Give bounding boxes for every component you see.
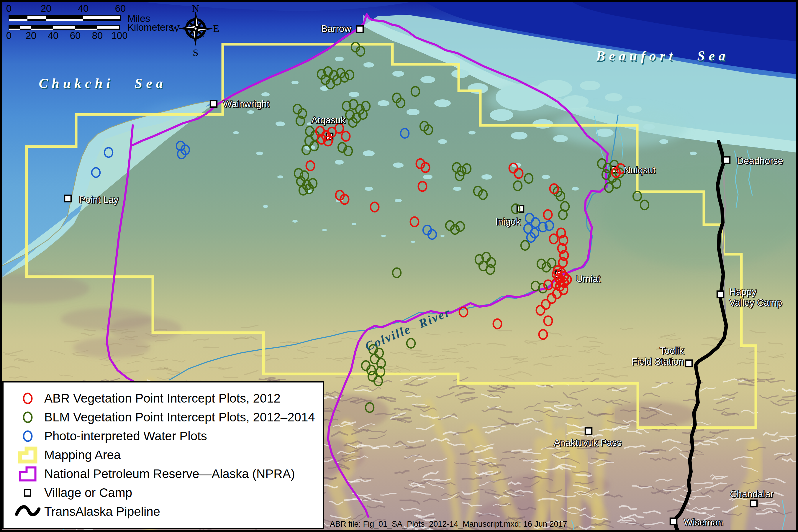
scale-segment (97, 25, 119, 28)
lake (553, 135, 568, 142)
lake (605, 93, 623, 101)
lake (263, 205, 268, 208)
scale-tick-label: 40 (48, 30, 59, 41)
lake (434, 99, 451, 107)
lake (468, 83, 488, 94)
lake (393, 163, 404, 168)
lake (411, 241, 415, 243)
legend-item-pipeline: TransAlaska Pipeline (14, 502, 323, 521)
lake (292, 81, 299, 84)
place-label-wiseman: Wiseman (684, 517, 723, 528)
legend-item-village: Village or Camp (14, 483, 323, 502)
relief-stroke (457, 344, 467, 345)
village-square-anaktuvuk-pass (585, 428, 592, 434)
lake (407, 109, 420, 115)
pipeline-icon (14, 502, 41, 521)
mapping-area-icon (14, 446, 41, 464)
place-label-happy-valley-camp: Valley Camp (729, 297, 782, 308)
lake (322, 229, 327, 231)
place-label-nuiqsut: Nuiqsut (624, 165, 656, 175)
place-label-toolik-field-station: Field Station (631, 356, 684, 367)
place-label-deadhorse: Deadhorse (737, 155, 783, 166)
legend-item-water-plots: Photo-interpreted Water Plots (14, 427, 323, 445)
scale-tick-label: 80 (92, 30, 103, 41)
lake (643, 124, 655, 130)
lake (292, 220, 298, 223)
scale-tick-label: 20 (26, 30, 37, 41)
scale-segment (46, 15, 83, 19)
place-label-toolik-field-station: Toolik (660, 345, 684, 356)
legend-label: Photo-interpreted Water Plots (44, 429, 207, 443)
lake (572, 187, 579, 190)
place-label-anaktuvuk-pass: Anaktuvuk Pass (554, 437, 621, 448)
chukchi-sea-label: Chukchi Sea (39, 76, 166, 91)
beaufort-sea-label: Beaufort Sea (596, 49, 729, 63)
lake (363, 150, 375, 156)
lake (627, 106, 642, 113)
scale-tick-label: 60 (115, 3, 126, 14)
lake (660, 139, 668, 144)
legend-label: BLM Vegetation Point Intercept Plots, 20… (44, 410, 315, 424)
water-plot-icon (19, 427, 37, 445)
lake (395, 199, 402, 202)
scale-tick-label: 0 (6, 3, 12, 14)
relief-stroke (203, 347, 219, 348)
place-label-wainwright: Wainwright (223, 98, 270, 109)
village-square-happy-valley-camp (717, 291, 724, 298)
village-square-wainwright (210, 100, 217, 107)
npra-boundary-icon (14, 465, 41, 483)
lake (352, 223, 356, 225)
lake (423, 175, 432, 179)
scale-tick-label: 60 (70, 30, 81, 41)
compass-letter-e: E (213, 23, 220, 34)
lake (377, 100, 389, 106)
lake (562, 95, 589, 108)
place-label-point-lay: Point Lay (79, 194, 118, 205)
lake (277, 175, 283, 178)
lake (364, 62, 374, 68)
lake (247, 110, 254, 114)
lake (421, 76, 435, 83)
lake (537, 80, 572, 97)
scale-segment (31, 25, 53, 28)
lake (256, 152, 263, 155)
place-label-atqasuk: Atqasuk (311, 115, 346, 125)
legend-label: TransAlaska Pipeline (44, 505, 160, 519)
scale-segment (53, 25, 75, 28)
lake (690, 152, 697, 155)
lake (438, 139, 447, 144)
lake (392, 71, 404, 77)
legend-label: ABR Vegetation Point Intercept Plots, 20… (44, 391, 281, 405)
source-file-note: ABR file: Fig_01_SA_Plots_2012-14_Manusc… (330, 519, 567, 529)
scale-tick-label: 100 (111, 30, 127, 41)
lake (542, 175, 550, 179)
lake (453, 187, 461, 191)
lake (441, 235, 445, 237)
lake (451, 69, 469, 78)
scale-segment (20, 25, 31, 28)
scale-tick-label: Kilometers (127, 22, 173, 33)
village-square-wiseman (670, 518, 677, 525)
scale-segment (27, 15, 46, 19)
legend-item-abr-plots: ABR Vegetation Point Intercept Plots, 20… (14, 389, 323, 408)
village-square-chandalar (750, 500, 757, 507)
place-label-umiat: Umiat (576, 273, 601, 284)
scale-tick-label: 20 (41, 3, 52, 14)
village-square-toolik-field-station (686, 360, 692, 366)
lake (511, 132, 527, 139)
legend-item-mapping-area: Mapping Area (14, 445, 323, 464)
scale-segment (83, 15, 120, 19)
lake (335, 160, 344, 165)
lake (596, 129, 614, 137)
lake (335, 57, 344, 61)
village-square-deadhorse (723, 157, 730, 164)
lake (490, 109, 513, 121)
lake (233, 131, 239, 134)
scale-segment (9, 15, 27, 19)
legend-item-npra: National Petroleum Reserve—Alaska (NPRA) (14, 464, 323, 483)
foothill-ridge (109, 317, 182, 341)
lake (481, 174, 492, 179)
scale-tick-label: 40 (78, 3, 89, 14)
scale-segment (9, 25, 20, 28)
village-square-barrow (357, 26, 363, 33)
